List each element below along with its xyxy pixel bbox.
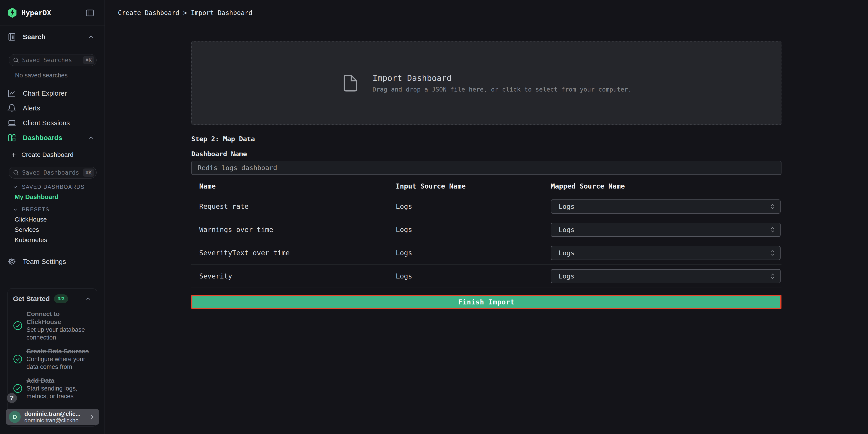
saved-searches-input[interactable] xyxy=(19,57,83,64)
get-started-item-add-data[interactable]: Add Data Start sending logs, metrics, or… xyxy=(13,377,91,400)
sidebar-item-label: Client Sessions xyxy=(23,119,70,127)
select-value: Logs xyxy=(559,249,575,257)
step-label: Step 2: Map Data xyxy=(191,135,781,143)
cell-name: Severity xyxy=(191,272,388,280)
get-started-item-text: Add Data Start sending logs, metrics, or… xyxy=(26,377,91,400)
layout-grid-icon xyxy=(7,133,17,142)
dropzone-subtitle: Drag and drop a JSON file here, or click… xyxy=(373,86,632,93)
search-section-label: Search xyxy=(23,33,45,41)
cell-name: SeverityText over time xyxy=(191,249,388,257)
saved-dashboards-header-label: SAVED DASHBOARDS xyxy=(22,184,85,190)
get-started-item-sources[interactable]: Create Data Sources Configure where your… xyxy=(13,347,91,371)
help-button[interactable]: ? xyxy=(6,392,18,404)
column-header-mapped-source: Mapped Source Name xyxy=(543,182,781,190)
journal-icon xyxy=(7,32,17,41)
search-icon xyxy=(12,57,19,64)
topbar: Create Dashboard > Import Dashboard xyxy=(105,0,868,26)
cell-name: Warnings over time xyxy=(191,226,388,234)
table-row: Warnings over time Logs Logs xyxy=(191,218,781,241)
get-started-card: Get Started 3/3 Connect to ClickHouse Se… xyxy=(7,288,97,427)
plus-icon xyxy=(10,152,17,158)
sidebar-item-label: Dashboards xyxy=(23,134,62,142)
gear-icon xyxy=(7,257,17,266)
saved-searches-search[interactable]: ⌘K xyxy=(9,54,97,66)
get-started-item-subtitle: Set up your database connection xyxy=(26,326,91,341)
sidebar-item-label: Alerts xyxy=(23,104,40,112)
get-started-item-connect[interactable]: Connect to ClickHouse Set up your databa… xyxy=(13,310,91,341)
shortcut-badge: ⌘K xyxy=(83,168,94,177)
chart-line-icon xyxy=(7,89,17,98)
import-dashboard-content: Import Dashboard Drag and drop a JSON fi… xyxy=(191,26,781,309)
sidebar-item-alerts[interactable]: Alerts xyxy=(0,101,104,116)
create-dashboard-button[interactable]: Create Dashboard xyxy=(0,148,104,162)
select-value: Logs xyxy=(559,226,575,234)
sidebar-collapse-button[interactable] xyxy=(85,8,95,18)
user-menu[interactable]: D dominic.tran@clic... dominic.tran@clic… xyxy=(6,409,99,425)
user-info: dominic.tran@clic... dominic.tran@clickh… xyxy=(24,410,85,424)
table-row: SeverityText over time Logs Logs xyxy=(191,241,781,265)
select-chevrons-icon xyxy=(770,272,775,280)
dashboards-subpanel: Create Dashboard ⌘K SAVED DASHBOARDS My … xyxy=(0,145,104,252)
check-circle-icon xyxy=(13,383,23,394)
dropzone-text: Import Dashboard Drag and drop a JSON fi… xyxy=(373,73,632,93)
cell-input-source: Logs xyxy=(388,203,543,210)
sidebar: HyperDX Search ⌘K xyxy=(0,0,105,434)
cell-name: Request rate xyxy=(191,203,388,210)
check-circle-icon xyxy=(13,354,23,364)
table-header: Name Input Source Name Mapped Source Nam… xyxy=(191,182,781,195)
mapped-source-select[interactable]: Logs xyxy=(551,199,781,214)
mapped-source-select[interactable]: Logs xyxy=(551,269,781,283)
mapped-source-select[interactable]: Logs xyxy=(551,223,781,237)
saved-dashboards-input[interactable] xyxy=(19,169,83,176)
presets-header-label: PRESETS xyxy=(22,207,50,213)
get-started-items: Connect to ClickHouse Set up your databa… xyxy=(8,303,97,400)
dropzone-title: Import Dashboard xyxy=(373,73,632,83)
no-saved-searches-text: No saved searches xyxy=(15,72,97,79)
presets-group-header[interactable]: PRESETS xyxy=(0,205,104,214)
search-icon xyxy=(12,169,19,176)
user-name: dominic.tran@clic... xyxy=(24,410,85,417)
chevron-up-icon xyxy=(88,33,94,40)
user-email: dominic.tran@clickho... xyxy=(24,417,85,424)
cell-input-source: Logs xyxy=(388,226,543,234)
file-icon xyxy=(341,72,360,94)
get-started-item-subtitle: Start sending logs, metrics, or traces xyxy=(26,384,91,400)
sidebar-item-chart-explorer[interactable]: Chart Explorer xyxy=(0,86,104,101)
panel-left-icon xyxy=(85,8,95,18)
sidebar-item-dashboards[interactable]: Dashboards xyxy=(0,130,104,145)
dashboard-name-input[interactable] xyxy=(191,161,781,175)
sidebar-item-services[interactable]: Services xyxy=(0,224,104,235)
sidebar-item-clickhouse[interactable]: ClickHouse xyxy=(0,214,104,224)
sidebar-item-my-dashboard[interactable]: My Dashboard xyxy=(0,192,104,202)
get-started-header[interactable]: Get Started 3/3 xyxy=(8,288,97,303)
saved-dashboards-search[interactable]: ⌘K xyxy=(9,167,97,179)
hyperdx-logo-icon xyxy=(7,7,17,18)
brand-title: HyperDX xyxy=(22,9,51,17)
check-circle-icon xyxy=(13,320,23,331)
mapped-source-select[interactable]: Logs xyxy=(551,246,781,260)
get-started-item-text: Create Data Sources Configure where your… xyxy=(26,347,91,371)
sidebar-item-kubernetes[interactable]: Kubernetes xyxy=(0,235,104,245)
sidebar-item-label: Chart Explorer xyxy=(23,90,67,97)
get-started-item-title: Create Data Sources xyxy=(26,347,91,355)
cell-input-source: Logs xyxy=(388,249,543,257)
chevron-up-icon[interactable] xyxy=(85,295,92,302)
bell-icon xyxy=(7,103,17,113)
get-started-item-title: Add Data xyxy=(26,377,91,384)
sidebar-item-team-settings[interactable]: Team Settings xyxy=(0,252,104,271)
create-dashboard-label: Create Dashboard xyxy=(22,151,73,158)
finish-import-button[interactable]: Finish Import xyxy=(191,295,781,309)
column-header-input-source: Input Source Name xyxy=(388,182,543,190)
breadcrumb[interactable]: Create Dashboard > Import Dashboard xyxy=(118,9,252,17)
get-started-item-title: Connect to ClickHouse xyxy=(26,310,91,326)
team-settings-label: Team Settings xyxy=(23,258,66,266)
sidebar-item-client-sessions[interactable]: Client Sessions xyxy=(0,116,104,130)
get-started-item-subtitle: Configure where your data comes from xyxy=(26,355,91,371)
shortcut-badge: ⌘K xyxy=(83,56,94,64)
json-dropzone[interactable]: Import Dashboard Drag and drop a JSON fi… xyxy=(191,41,781,125)
select-chevrons-icon xyxy=(770,203,775,211)
chevron-down-icon xyxy=(12,184,18,190)
mapping-table: Name Input Source Name Mapped Source Nam… xyxy=(191,182,781,288)
sidebar-section-search[interactable]: Search xyxy=(0,26,104,48)
saved-dashboards-group-header[interactable]: SAVED DASHBOARDS xyxy=(0,182,104,192)
